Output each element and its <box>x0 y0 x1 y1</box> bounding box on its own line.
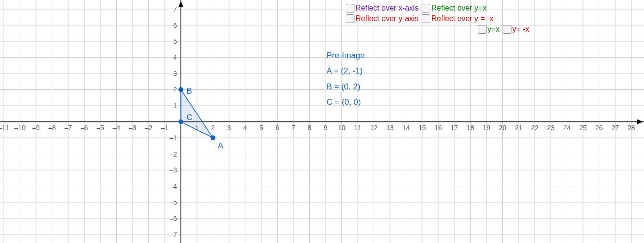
svg-text:–7: –7 <box>64 124 72 132</box>
svg-text:–1: –1 <box>161 124 169 132</box>
svg-text:19: 19 <box>483 124 490 132</box>
svg-text:3: 3 <box>227 124 231 132</box>
svg-text:14: 14 <box>402 124 410 132</box>
checkbox-row3: y=x y= -x <box>478 25 530 36</box>
preimage-B: B = (0, 2) <box>327 79 365 95</box>
checkbox-line-yx[interactable]: y=x <box>478 25 499 34</box>
svg-text:1: 1 <box>173 102 177 109</box>
svg-text:–6: –6 <box>81 124 88 132</box>
svg-text:26: 26 <box>595 124 603 132</box>
svg-text:–10: –10 <box>14 124 26 132</box>
svg-text:6: 6 <box>276 124 279 132</box>
svg-text:16: 16 <box>435 124 442 132</box>
svg-text:–9: –9 <box>32 124 40 132</box>
svg-marker-60 <box>179 1 183 7</box>
svg-text:–3: –3 <box>129 124 136 132</box>
checkbox-icon <box>422 14 430 23</box>
svg-text:–8: –8 <box>49 124 56 132</box>
label-line-yx: y=x <box>487 25 499 34</box>
svg-text:25: 25 <box>579 124 587 132</box>
checkbox-reflect-y[interactable]: Reflect over y-axis <box>346 14 419 23</box>
svg-text:13: 13 <box>386 124 394 132</box>
svg-text:7: 7 <box>173 5 177 13</box>
svg-text:–4: –4 <box>113 124 121 132</box>
svg-text:2: 2 <box>211 124 215 132</box>
svg-text:17: 17 <box>450 124 458 132</box>
label-reflect-x: Reflect over x-axis <box>355 4 419 12</box>
svg-text:23: 23 <box>547 124 555 132</box>
checkbox-icon <box>503 25 511 34</box>
svg-text:2: 2 <box>173 86 177 94</box>
svg-point-119 <box>179 120 183 124</box>
svg-text:3: 3 <box>173 70 177 77</box>
svg-text:–2: –2 <box>145 124 153 132</box>
svg-text:21: 21 <box>515 124 522 132</box>
svg-text:4: 4 <box>243 124 247 132</box>
svg-point-115 <box>211 135 216 140</box>
checkbox-row1: Reflect over x-axis Reflect over y=x <box>346 4 487 14</box>
label-line-ynx: y= -x <box>512 25 529 34</box>
svg-text:–3: –3 <box>170 166 177 174</box>
svg-text:–2: –2 <box>170 150 177 158</box>
svg-text:–11: –11 <box>0 124 10 132</box>
svg-point-117 <box>179 87 183 92</box>
label-reflect-ynx: Reflect over y = -x <box>431 14 493 23</box>
checkbox-reflect-x[interactable]: Reflect over x-axis <box>346 4 419 12</box>
svg-text:A: A <box>218 141 224 150</box>
svg-text:–4: –4 <box>170 182 177 190</box>
svg-text:–6: –6 <box>170 215 177 222</box>
checkbox-icon <box>346 14 354 23</box>
svg-text:–7: –7 <box>170 231 177 238</box>
svg-text:22: 22 <box>531 124 539 132</box>
checkbox-reflect-yx[interactable]: Reflect over y=x <box>422 4 486 12</box>
svg-text:9: 9 <box>324 124 328 132</box>
svg-text:–5: –5 <box>97 124 104 132</box>
checkbox-icon <box>422 4 430 12</box>
svg-text:15: 15 <box>418 124 426 132</box>
coordinate-plane[interactable]: –11–10–9–8–7–6–5–4–3–2–11234567891011121… <box>0 0 644 243</box>
checkbox-line-ynx[interactable]: y= -x <box>503 25 529 34</box>
preimage-title: Pre-Image <box>327 48 365 63</box>
preimage-C: C = (0, 0) <box>327 95 365 110</box>
svg-text:C: C <box>187 113 193 122</box>
svg-text:8: 8 <box>308 124 312 132</box>
svg-text:27: 27 <box>611 124 619 132</box>
svg-text:20: 20 <box>499 124 507 132</box>
svg-marker-59 <box>637 120 643 124</box>
svg-text:7: 7 <box>292 124 295 132</box>
checkbox-icon <box>346 4 354 12</box>
svg-text:28: 28 <box>628 124 635 132</box>
svg-text:–5: –5 <box>170 198 177 206</box>
svg-text:5: 5 <box>259 124 263 132</box>
svg-text:18: 18 <box>467 124 474 132</box>
preimage-panel: Pre-Image A = (2, -1) B = (0, 2) C = (0,… <box>327 48 365 110</box>
checkbox-reflect-ynx[interactable]: Reflect over y = -x <box>422 14 493 23</box>
preimage-A: A = (2, -1) <box>327 63 365 79</box>
svg-text:5: 5 <box>173 37 177 45</box>
graph-container: –11–10–9–8–7–6–5–4–3–2–11234567891011121… <box>0 0 644 243</box>
svg-text:B: B <box>187 86 192 96</box>
svg-text:10: 10 <box>338 124 346 132</box>
svg-text:4: 4 <box>173 54 177 61</box>
svg-text:12: 12 <box>370 124 378 132</box>
svg-text:6: 6 <box>173 22 177 29</box>
svg-text:–1: –1 <box>170 134 177 142</box>
svg-text:11: 11 <box>354 124 362 132</box>
checkbox-icon <box>478 25 486 34</box>
label-reflect-yx: Reflect over y=x <box>431 4 486 12</box>
svg-text:24: 24 <box>563 124 571 132</box>
checkbox-row2: Reflect over y-axis Reflect over y = -x <box>346 14 494 25</box>
label-reflect-y: Reflect over y-axis <box>355 14 419 23</box>
